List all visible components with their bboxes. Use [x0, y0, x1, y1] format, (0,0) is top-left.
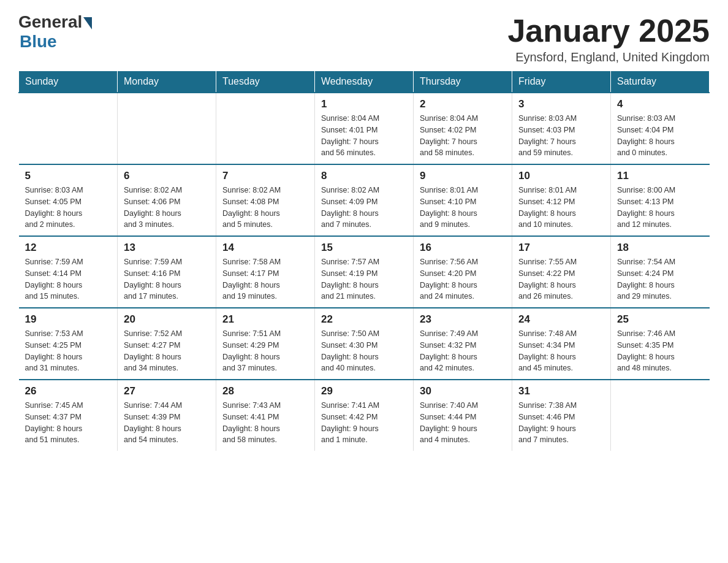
calendar-day-cell [216, 93, 315, 164]
day-info: Sunrise: 7:38 AMSunset: 4:46 PMDaylight:… [518, 400, 604, 446]
calendar-week-row: 26Sunrise: 7:45 AMSunset: 4:37 PMDayligh… [19, 380, 710, 451]
day-number: 15 [321, 242, 407, 254]
day-number: 22 [321, 313, 407, 326]
calendar-day-cell: 16Sunrise: 7:56 AMSunset: 4:20 PMDayligh… [414, 236, 512, 308]
calendar-day-cell: 15Sunrise: 7:57 AMSunset: 4:19 PMDayligh… [315, 236, 414, 308]
calendar-day-cell: 24Sunrise: 7:48 AMSunset: 4:34 PMDayligh… [512, 308, 611, 380]
day-info: Sunrise: 7:59 AMSunset: 4:14 PMDaylight:… [25, 256, 112, 302]
day-number: 12 [25, 242, 112, 254]
calendar-day-cell: 26Sunrise: 7:45 AMSunset: 4:37 PMDayligh… [19, 380, 118, 451]
calendar-header: SundayMondayTuesdayWednesdayThursdayFrid… [19, 71, 710, 93]
day-number: 14 [222, 242, 308, 254]
calendar-day-cell: 13Sunrise: 7:59 AMSunset: 4:16 PMDayligh… [118, 236, 216, 308]
day-number: 19 [25, 313, 112, 326]
calendar-table: SundayMondayTuesdayWednesdayThursdayFrid… [18, 71, 710, 451]
day-info: Sunrise: 8:03 AMSunset: 4:04 PMDaylight:… [617, 113, 703, 159]
day-number: 23 [420, 313, 506, 326]
day-number: 30 [420, 385, 506, 397]
day-of-week-header: Tuesday [216, 71, 315, 93]
calendar-day-cell: 12Sunrise: 7:59 AMSunset: 4:14 PMDayligh… [19, 236, 118, 308]
day-number: 5 [25, 170, 112, 182]
day-info: Sunrise: 7:40 AMSunset: 4:44 PMDaylight:… [420, 400, 506, 446]
day-of-week-header: Saturday [611, 71, 710, 93]
day-number: 7 [222, 170, 308, 182]
calendar-day-cell: 8Sunrise: 8:02 AMSunset: 4:09 PMDaylight… [315, 164, 414, 236]
calendar-day-cell: 28Sunrise: 7:43 AMSunset: 4:41 PMDayligh… [216, 380, 315, 451]
calendar-week-row: 12Sunrise: 7:59 AMSunset: 4:14 PMDayligh… [19, 236, 710, 308]
calendar-day-cell: 21Sunrise: 7:51 AMSunset: 4:29 PMDayligh… [216, 308, 315, 380]
calendar-day-cell: 23Sunrise: 7:49 AMSunset: 4:32 PMDayligh… [414, 308, 512, 380]
day-info: Sunrise: 7:41 AMSunset: 4:42 PMDaylight:… [321, 400, 407, 446]
day-info: Sunrise: 7:43 AMSunset: 4:41 PMDaylight:… [222, 400, 308, 446]
day-info: Sunrise: 7:55 AMSunset: 4:22 PMDaylight:… [518, 256, 604, 302]
day-number: 20 [124, 313, 210, 326]
day-info: Sunrise: 7:48 AMSunset: 4:34 PMDaylight:… [518, 328, 604, 374]
calendar-week-row: 19Sunrise: 7:53 AMSunset: 4:25 PMDayligh… [19, 308, 710, 380]
page-header: General Blue January 2025 Eynsford, Engl… [18, 12, 710, 64]
calendar-day-cell [118, 93, 216, 164]
day-info: Sunrise: 7:52 AMSunset: 4:27 PMDaylight:… [124, 328, 210, 374]
day-number: 2 [420, 98, 506, 110]
calendar-day-cell: 6Sunrise: 8:02 AMSunset: 4:06 PMDaylight… [118, 164, 216, 236]
calendar-week-row: 1Sunrise: 8:04 AMSunset: 4:01 PMDaylight… [19, 93, 710, 164]
logo-arrow-icon [83, 17, 92, 29]
day-number: 28 [222, 385, 308, 397]
day-info: Sunrise: 8:01 AMSunset: 4:10 PMDaylight:… [420, 185, 506, 231]
title-section: January 2025 Eynsford, England, United K… [507, 12, 710, 64]
day-info: Sunrise: 8:02 AMSunset: 4:09 PMDaylight:… [321, 185, 407, 231]
day-info: Sunrise: 7:49 AMSunset: 4:32 PMDaylight:… [420, 328, 506, 374]
day-info: Sunrise: 8:04 AMSunset: 4:02 PMDaylight:… [420, 113, 506, 159]
day-number: 1 [321, 98, 407, 110]
day-info: Sunrise: 7:50 AMSunset: 4:30 PMDaylight:… [321, 328, 407, 374]
calendar-day-cell: 18Sunrise: 7:54 AMSunset: 4:24 PMDayligh… [611, 236, 710, 308]
day-number: 21 [222, 313, 308, 326]
calendar-day-cell [19, 93, 118, 164]
day-of-week-header: Thursday [414, 71, 512, 93]
day-info: Sunrise: 8:04 AMSunset: 4:01 PMDaylight:… [321, 113, 407, 159]
calendar-day-cell: 25Sunrise: 7:46 AMSunset: 4:35 PMDayligh… [611, 308, 710, 380]
calendar-day-cell: 22Sunrise: 7:50 AMSunset: 4:30 PMDayligh… [315, 308, 414, 380]
calendar-day-cell: 20Sunrise: 7:52 AMSunset: 4:27 PMDayligh… [118, 308, 216, 380]
day-number: 27 [124, 385, 210, 397]
day-info: Sunrise: 7:51 AMSunset: 4:29 PMDaylight:… [222, 328, 308, 374]
calendar-day-cell: 3Sunrise: 8:03 AMSunset: 4:03 PMDaylight… [512, 93, 611, 164]
calendar-day-cell: 17Sunrise: 7:55 AMSunset: 4:22 PMDayligh… [512, 236, 611, 308]
day-of-week-header: Monday [118, 71, 216, 93]
day-info: Sunrise: 8:02 AMSunset: 4:08 PMDaylight:… [222, 185, 308, 231]
day-number: 13 [124, 242, 210, 254]
day-of-week-header: Wednesday [315, 71, 414, 93]
calendar-day-cell [611, 380, 710, 451]
calendar-day-cell: 1Sunrise: 8:04 AMSunset: 4:01 PMDaylight… [315, 93, 414, 164]
day-number: 29 [321, 385, 407, 397]
day-number: 24 [518, 313, 604, 326]
day-info: Sunrise: 7:44 AMSunset: 4:39 PMDaylight:… [124, 400, 210, 446]
day-number: 8 [321, 170, 407, 182]
calendar-day-cell: 19Sunrise: 7:53 AMSunset: 4:25 PMDayligh… [19, 308, 118, 380]
day-info: Sunrise: 7:46 AMSunset: 4:35 PMDaylight:… [617, 328, 703, 374]
day-number: 4 [617, 98, 703, 110]
day-number: 11 [617, 170, 703, 182]
day-number: 31 [518, 385, 604, 397]
day-info: Sunrise: 7:59 AMSunset: 4:16 PMDaylight:… [124, 256, 210, 302]
calendar-body: 1Sunrise: 8:04 AMSunset: 4:01 PMDaylight… [19, 93, 710, 451]
calendar-day-cell: 30Sunrise: 7:40 AMSunset: 4:44 PMDayligh… [414, 380, 512, 451]
day-number: 18 [617, 242, 703, 254]
day-number: 6 [124, 170, 210, 182]
day-info: Sunrise: 7:53 AMSunset: 4:25 PMDaylight:… [25, 328, 112, 374]
calendar-day-cell: 10Sunrise: 8:01 AMSunset: 4:12 PMDayligh… [512, 164, 611, 236]
calendar-day-cell: 7Sunrise: 8:02 AMSunset: 4:08 PMDaylight… [216, 164, 315, 236]
day-info: Sunrise: 7:56 AMSunset: 4:20 PMDaylight:… [420, 256, 506, 302]
calendar-day-cell: 4Sunrise: 8:03 AMSunset: 4:04 PMDaylight… [611, 93, 710, 164]
calendar-day-cell: 11Sunrise: 8:00 AMSunset: 4:13 PMDayligh… [611, 164, 710, 236]
calendar-day-cell: 14Sunrise: 7:58 AMSunset: 4:17 PMDayligh… [216, 236, 315, 308]
logo-general-text: General [18, 12, 82, 32]
day-number: 10 [518, 170, 604, 182]
day-number: 17 [518, 242, 604, 254]
day-of-week-header: Friday [512, 71, 611, 93]
calendar-day-cell: 9Sunrise: 8:01 AMSunset: 4:10 PMDaylight… [414, 164, 512, 236]
calendar-day-cell: 2Sunrise: 8:04 AMSunset: 4:02 PMDaylight… [414, 93, 512, 164]
calendar-day-cell: 31Sunrise: 7:38 AMSunset: 4:46 PMDayligh… [512, 380, 611, 451]
day-info: Sunrise: 7:45 AMSunset: 4:37 PMDaylight:… [25, 400, 112, 446]
calendar-week-row: 5Sunrise: 8:03 AMSunset: 4:05 PMDaylight… [19, 164, 710, 236]
location-text: Eynsford, England, United Kingdom [507, 50, 710, 64]
